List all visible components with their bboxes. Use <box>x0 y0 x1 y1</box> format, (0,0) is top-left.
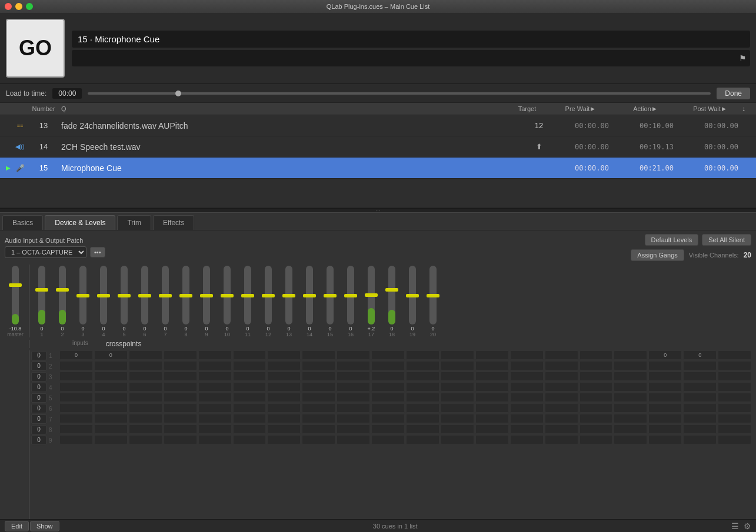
crosspoint-cell[interactable] <box>614 350 647 360</box>
crosspoint-cell[interactable] <box>337 372 370 381</box>
crosspoint-cell[interactable] <box>580 435 613 444</box>
crosspoint-cell[interactable] <box>475 403 509 413</box>
crosspoint-cell[interactable] <box>302 372 335 381</box>
crosspoint-cell[interactable] <box>683 435 717 444</box>
crosspoint-cell[interactable] <box>371 361 405 370</box>
crosspoint-cell[interactable] <box>441 424 474 434</box>
crosspoint-cell[interactable] <box>441 393 474 402</box>
show-button[interactable]: Show <box>30 521 59 531</box>
crosspoint-cell[interactable] <box>337 393 370 402</box>
crosspoint-cell[interactable] <box>406 350 439 360</box>
input-value[interactable]: 0 <box>31 404 46 413</box>
crosspoint-cell[interactable] <box>371 393 405 402</box>
patch-menu-button[interactable]: ••• <box>90 247 105 257</box>
crosspoint-cell[interactable] <box>59 361 93 370</box>
crosspoint-cell[interactable] <box>164 350 197 360</box>
crosspoint-cell[interactable] <box>441 382 474 392</box>
crosspoint-cell[interactable] <box>510 361 544 370</box>
crosspoint-cell[interactable]: 0 <box>94 350 128 360</box>
crosspoint-cell[interactable] <box>302 403 335 413</box>
crosspoint-cell[interactable] <box>406 424 439 434</box>
crosspoint-cell[interactable] <box>129 435 162 444</box>
crosspoint-cell[interactable] <box>59 435 93 444</box>
crosspoint-cell[interactable] <box>406 414 439 423</box>
master-fader-thumb[interactable] <box>9 283 22 287</box>
ch4-thumb[interactable] <box>97 294 110 297</box>
crosspoint-cell[interactable] <box>648 382 682 392</box>
crosspoint-cell[interactable] <box>580 424 613 434</box>
crosspoint-cell[interactable] <box>648 403 682 413</box>
ch9-thumb[interactable] <box>200 294 213 297</box>
crosspoint-cell[interactable] <box>198 382 232 392</box>
ch18-thumb[interactable] <box>385 288 398 292</box>
crosspoint-cell[interactable] <box>441 361 474 370</box>
crosspoint-cell[interactable] <box>475 382 509 392</box>
crosspoint-cell[interactable] <box>129 403 162 413</box>
ch19-thumb[interactable] <box>406 294 419 297</box>
ch12-thumb[interactable] <box>262 294 275 297</box>
maximize-button[interactable] <box>26 3 33 10</box>
crosspoint-cell[interactable] <box>94 435 128 444</box>
ch14-thumb[interactable] <box>303 294 316 297</box>
tab-effects[interactable]: Effects <box>153 215 194 230</box>
done-button[interactable]: Done <box>717 88 750 99</box>
crosspoint-cell[interactable] <box>545 350 578 360</box>
tab-basics[interactable]: Basics <box>2 215 43 230</box>
crosspoint-cell[interactable] <box>94 393 128 402</box>
crosspoint-cell[interactable] <box>233 414 267 423</box>
crosspoint-cell[interactable] <box>545 435 578 444</box>
tab-trim[interactable]: Trim <box>117 215 151 230</box>
crosspoint-cell[interactable] <box>198 393 232 402</box>
assign-gangs-button[interactable]: Assign Gangs <box>631 249 684 261</box>
crosspoint-cell[interactable] <box>337 414 370 423</box>
crosspoint-cell[interactable] <box>580 372 613 381</box>
crosspoint-cell[interactable] <box>267 424 301 434</box>
crosspoint-cell[interactable] <box>441 414 474 423</box>
crosspoint-cell[interactable] <box>233 403 267 413</box>
input-value[interactable]: 0 <box>31 351 46 360</box>
crosspoint-cell[interactable] <box>545 361 578 370</box>
input-value[interactable]: 0 <box>31 425 46 434</box>
time-display[interactable]: 00:00 <box>52 88 82 99</box>
crosspoint-cell[interactable] <box>614 403 647 413</box>
table-row[interactable]: ▶ 🎤 15 Microphone Cue 00:00.00 00:21.00 … <box>0 158 756 179</box>
crosspoint-cell[interactable] <box>441 372 474 381</box>
crosspoint-cell[interactable] <box>94 424 128 434</box>
crosspoint-cell[interactable] <box>198 350 232 360</box>
crosspoint-cell[interactable] <box>233 361 267 370</box>
crosspoint-cell[interactable] <box>164 403 197 413</box>
crosspoint-cell[interactable] <box>718 350 751 360</box>
crosspoint-cell[interactable] <box>545 382 578 392</box>
minimize-button[interactable] <box>15 3 22 10</box>
crosspoint-cell[interactable] <box>614 414 647 423</box>
crosspoint-cell[interactable] <box>510 382 544 392</box>
crosspoint-cell[interactable] <box>267 350 301 360</box>
crosspoint-cell[interactable] <box>59 393 93 402</box>
crosspoint-cell[interactable] <box>164 393 197 402</box>
crosspoint-cell[interactable] <box>337 361 370 370</box>
crosspoint-cell[interactable] <box>302 382 335 392</box>
panel-divider[interactable] <box>0 208 756 213</box>
table-row[interactable]: ◀)) 14 2CH Speech test.wav ⬆ 00:00.00 00… <box>0 136 756 158</box>
crosspoint-cell[interactable] <box>614 361 647 370</box>
crosspoint-cell[interactable] <box>371 382 405 392</box>
crosspoint-cell[interactable]: 0 <box>59 350 93 360</box>
ch13-thumb[interactable] <box>282 294 295 297</box>
crosspoint-cell[interactable] <box>198 361 232 370</box>
ch1-thumb[interactable] <box>35 288 48 292</box>
crosspoint-cell[interactable] <box>718 435 751 444</box>
crosspoint-cell[interactable] <box>233 435 267 444</box>
crosspoint-cell[interactable] <box>302 350 335 360</box>
crosspoint-cell[interactable] <box>164 382 197 392</box>
crosspoint-cell[interactable] <box>545 424 578 434</box>
crosspoint-cell[interactable] <box>614 393 647 402</box>
crosspoint-cell[interactable] <box>198 403 232 413</box>
crosspoint-cell[interactable] <box>683 393 717 402</box>
ch3-thumb[interactable] <box>76 294 89 297</box>
ch11-thumb[interactable] <box>241 294 254 297</box>
crosspoint-cell[interactable] <box>718 424 751 434</box>
ch2-thumb[interactable] <box>56 288 69 292</box>
crosspoint-cell[interactable] <box>267 361 301 370</box>
crosspoint-cell[interactable] <box>580 393 613 402</box>
crosspoint-cell[interactable] <box>302 414 335 423</box>
